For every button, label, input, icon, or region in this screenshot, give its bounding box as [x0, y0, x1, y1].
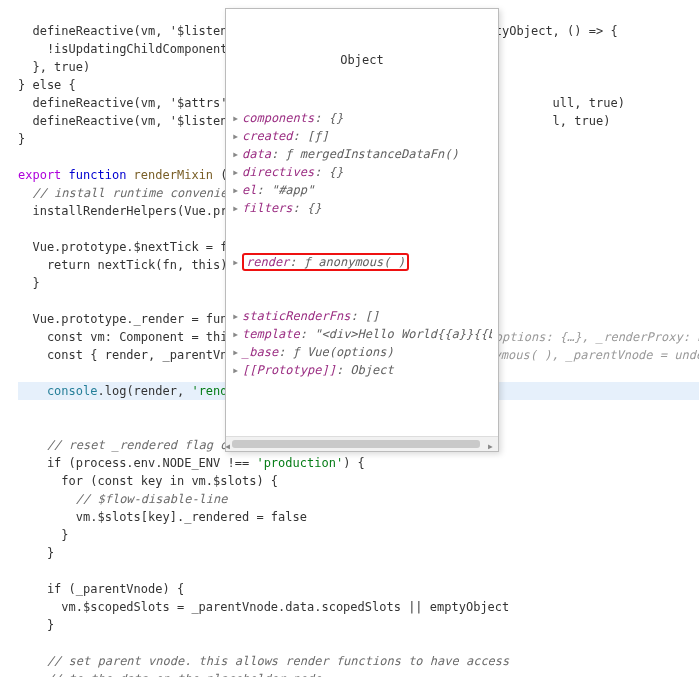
popup-row[interactable]: ▸staticRenderFns: []	[232, 307, 492, 325]
code-line: return nextTick(fn, this)	[18, 258, 228, 272]
code-line: // to the data on the placeholder node.	[18, 672, 329, 677]
expand-icon[interactable]: ▸	[232, 181, 242, 199]
popup-row[interactable]: ▸directives: {}	[232, 163, 492, 181]
popup-row[interactable]: ▸el: "#app"	[232, 181, 492, 199]
code-editor[interactable]: defineReactive(vm, '$listeners', options…	[0, 0, 699, 677]
scroll-left-icon[interactable]: ◂	[224, 437, 231, 455]
expand-icon[interactable]: ▸	[232, 163, 242, 181]
popup-row[interactable]: ▸template: "<div>Hello World{{a}}{{b}}</…	[232, 325, 492, 343]
scroll-right-icon[interactable]: ▸	[487, 437, 494, 455]
popup-row[interactable]: ▸data: ƒ mergedInstanceDataFn()	[232, 145, 492, 163]
code-line: }, true)	[18, 60, 90, 74]
code-line: }	[18, 132, 25, 146]
code-line: // $flow-disable-line	[18, 492, 228, 506]
popup-row[interactable]: ▸[[Prototype]]: Object	[232, 361, 492, 379]
code-line: vm.$scopedSlots = _parentVnode.data.scop…	[18, 600, 509, 614]
code-line: // set parent vnode. this allows render …	[18, 654, 509, 668]
scrollbar-thumb[interactable]	[232, 440, 480, 448]
code-line: }	[18, 528, 69, 542]
expand-icon[interactable]: ▸	[232, 199, 242, 217]
expand-icon[interactable]: ▸	[232, 325, 242, 343]
popup-row[interactable]: ▸components: {}	[232, 109, 492, 127]
expand-icon[interactable]: ▸	[232, 361, 242, 379]
code-line: if (_parentVnode) {	[18, 582, 184, 596]
code-line: } else {	[18, 78, 76, 92]
expand-icon[interactable]: ▸	[232, 343, 242, 361]
expand-icon[interactable]: ▸	[232, 145, 242, 163]
popup-scrollbar[interactable]: ◂ ▸	[226, 436, 498, 451]
popup-row[interactable]: ▸created: [ƒ]	[232, 127, 492, 145]
code-line: }	[18, 618, 54, 632]
popup-row-render[interactable]: ▸render: ƒ anonymous( )	[232, 253, 492, 271]
code-line: }	[18, 276, 40, 290]
code-line: }	[18, 546, 54, 560]
expand-icon[interactable]: ▸	[232, 127, 242, 145]
popup-title: Object	[232, 49, 492, 73]
code-line: vm.$slots[key]._rendered = false	[18, 510, 307, 524]
popup-row[interactable]: ▸filters: {}	[232, 199, 492, 217]
expand-icon[interactable]: ▸	[232, 109, 242, 127]
popup-row[interactable]: ▸_base: ƒ Vue(options)	[232, 343, 492, 361]
expand-icon[interactable]: ▸	[232, 307, 242, 325]
code-line: if (process.env.NODE_ENV !== 'production…	[18, 456, 365, 470]
object-inspector-popup[interactable]: Object ▸components: {}▸created: [ƒ]▸data…	[225, 8, 499, 452]
expand-icon[interactable]: ▸	[232, 253, 242, 271]
